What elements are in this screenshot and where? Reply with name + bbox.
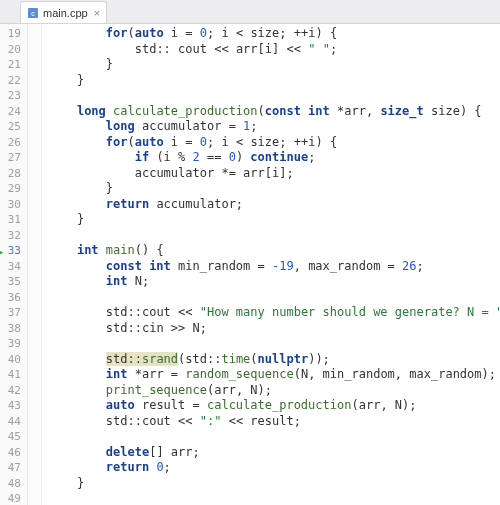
tab-label: main.cpp xyxy=(43,7,88,19)
code-line[interactable]: auto result = calculate_production(arr, … xyxy=(48,398,500,414)
code-editor[interactable]: 192021222324252627282930313233▶343536373… xyxy=(0,24,500,505)
line-number: 22 xyxy=(0,73,27,89)
tab-main-cpp[interactable]: c main.cpp × xyxy=(20,1,107,23)
line-number: 31 xyxy=(0,212,27,228)
line-number: 37 xyxy=(0,305,27,321)
svg-text:c: c xyxy=(31,10,35,17)
code-line[interactable]: } xyxy=(48,57,500,73)
code-line[interactable]: long calculate_production(const int *arr… xyxy=(48,104,500,120)
line-number: 45 xyxy=(0,429,27,445)
code-line[interactable] xyxy=(48,429,500,445)
line-number: 36 xyxy=(0,290,27,306)
line-number: 26 xyxy=(0,135,27,151)
code-line[interactable]: std::srand(std::time(nullptr)); xyxy=(48,352,500,368)
line-number: 38 xyxy=(0,321,27,337)
line-number: 25 xyxy=(0,119,27,135)
line-number: 28 xyxy=(0,166,27,182)
line-number: 24 xyxy=(0,104,27,120)
code-line[interactable]: for(auto i = 0; i < size; ++i) { xyxy=(48,135,500,151)
code-line[interactable] xyxy=(48,228,500,244)
line-number: 32 xyxy=(0,228,27,244)
code-line[interactable]: } xyxy=(48,181,500,197)
code-line[interactable] xyxy=(48,491,500,505)
code-line[interactable]: print_sequence(arr, N); xyxy=(48,383,500,399)
code-line[interactable] xyxy=(48,336,500,352)
line-number-gutter: 192021222324252627282930313233▶343536373… xyxy=(0,24,28,505)
line-number: 29 xyxy=(0,181,27,197)
code-line[interactable]: int N; xyxy=(48,274,500,290)
line-number: 46 xyxy=(0,445,27,461)
line-number: 20 xyxy=(0,42,27,58)
code-line[interactable]: return 0; xyxy=(48,460,500,476)
code-line[interactable] xyxy=(48,290,500,306)
code-line[interactable]: std:: cout << arr[i] << " "; xyxy=(48,42,500,58)
line-number: 34 xyxy=(0,259,27,275)
code-line[interactable]: if (i % 2 == 0) continue; xyxy=(48,150,500,166)
code-line[interactable]: delete[] arr; xyxy=(48,445,500,461)
code-area[interactable]: for(auto i = 0; i < size; ++i) { std:: c… xyxy=(42,24,500,505)
fold-column xyxy=(28,24,42,505)
code-line[interactable]: } xyxy=(48,476,500,492)
line-number: 27 xyxy=(0,150,27,166)
line-number: 48 xyxy=(0,476,27,492)
line-number: 30 xyxy=(0,197,27,213)
code-line[interactable]: int main() { xyxy=(48,243,500,259)
line-number: 49 xyxy=(0,491,27,505)
code-line[interactable]: std::cout << "How many number should we … xyxy=(48,305,500,321)
line-number: 33▶ xyxy=(0,243,27,259)
tab-bar: c main.cpp × xyxy=(0,0,500,24)
line-number: 19 xyxy=(0,26,27,42)
line-number: 47 xyxy=(0,460,27,476)
line-number: 21 xyxy=(0,57,27,73)
code-line[interactable]: for(auto i = 0; i < size; ++i) { xyxy=(48,26,500,42)
line-number: 39 xyxy=(0,336,27,352)
close-icon[interactable]: × xyxy=(94,7,100,19)
line-number: 42 xyxy=(0,383,27,399)
code-line[interactable] xyxy=(48,88,500,104)
code-line[interactable]: std::cin >> N; xyxy=(48,321,500,337)
code-line[interactable]: int *arr = random_sequence(N, min_random… xyxy=(48,367,500,383)
cpp-file-icon: c xyxy=(27,7,39,19)
line-number: 44 xyxy=(0,414,27,430)
line-number: 35 xyxy=(0,274,27,290)
line-number: 43 xyxy=(0,398,27,414)
code-line[interactable]: std::cout << ":" << result; xyxy=(48,414,500,430)
code-line[interactable]: } xyxy=(48,73,500,89)
line-number: 41 xyxy=(0,367,27,383)
code-line[interactable]: const int min_random = -19, max_random =… xyxy=(48,259,500,275)
code-line[interactable]: } xyxy=(48,212,500,228)
code-line[interactable]: accumulator *= arr[i]; xyxy=(48,166,500,182)
line-number: 23 xyxy=(0,88,27,104)
code-line[interactable]: long accumulator = 1; xyxy=(48,119,500,135)
code-line[interactable]: return accumulator; xyxy=(48,197,500,213)
line-number: 40 xyxy=(0,352,27,368)
